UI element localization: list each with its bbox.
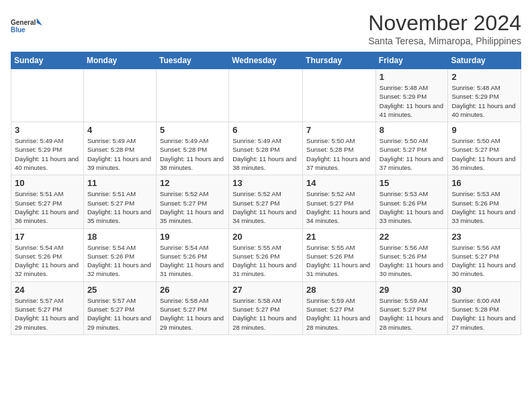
day-info: Sunrise: 5:49 AM Sunset: 5:28 PM Dayligh… (232, 136, 299, 172)
header-monday: Monday (83, 52, 156, 69)
cell-w5-d0: 24Sunrise: 5:57 AM Sunset: 5:27 PM Dayli… (11, 281, 84, 334)
cell-w4-d4: 21Sunrise: 5:55 AM Sunset: 5:26 PM Dayli… (303, 228, 376, 281)
cell-w2-d2: 5Sunrise: 5:49 AM Sunset: 5:28 PM Daylig… (156, 122, 228, 175)
header-friday: Friday (375, 52, 448, 69)
svg-marker-2 (37, 18, 42, 26)
cell-w1-d6: 2Sunrise: 5:48 AM Sunset: 5:29 PM Daylig… (448, 69, 521, 122)
day-info: Sunrise: 5:57 AM Sunset: 5:27 PM Dayligh… (87, 296, 152, 332)
header-wednesday: Wednesday (229, 52, 303, 69)
day-info: Sunrise: 5:52 AM Sunset: 5:27 PM Dayligh… (160, 189, 225, 225)
cell-w1-d1 (83, 69, 156, 122)
month-title: November 2024 (368, 11, 521, 36)
cell-w2-d3: 6Sunrise: 5:49 AM Sunset: 5:28 PM Daylig… (229, 122, 303, 175)
day-number: 16 (451, 178, 517, 188)
day-info: Sunrise: 5:51 AM Sunset: 5:27 PM Dayligh… (87, 189, 152, 225)
day-number: 4 (87, 125, 152, 135)
day-info: Sunrise: 5:49 AM Sunset: 5:29 PM Dayligh… (15, 136, 80, 172)
day-info: Sunrise: 5:50 AM Sunset: 5:27 PM Dayligh… (380, 136, 445, 172)
day-number: 25 (87, 285, 152, 295)
cell-w4-d0: 17Sunrise: 5:54 AM Sunset: 5:26 PM Dayli… (11, 228, 84, 281)
svg-text:General: General (11, 19, 36, 26)
day-number: 5 (160, 125, 225, 135)
cell-w5-d6: 30Sunrise: 6:00 AM Sunset: 5:28 PM Dayli… (448, 281, 521, 334)
day-info: Sunrise: 5:48 AM Sunset: 5:29 PM Dayligh… (380, 83, 445, 119)
cell-w2-d0: 3Sunrise: 5:49 AM Sunset: 5:29 PM Daylig… (11, 122, 84, 175)
location-subtitle: Santa Teresa, Mimaropa, Philippines (368, 36, 521, 46)
day-info: Sunrise: 5:59 AM Sunset: 5:27 PM Dayligh… (380, 296, 445, 332)
cell-w3-d3: 13Sunrise: 5:52 AM Sunset: 5:27 PM Dayli… (229, 175, 303, 228)
svg-text:Blue: Blue (11, 26, 26, 34)
day-info: Sunrise: 5:51 AM Sunset: 5:27 PM Dayligh… (15, 189, 80, 225)
day-number: 2 (451, 72, 517, 82)
day-number: 19 (160, 232, 225, 242)
day-number: 3 (15, 125, 80, 135)
day-info: Sunrise: 5:52 AM Sunset: 5:27 PM Dayligh… (306, 189, 372, 225)
cell-w4-d5: 22Sunrise: 5:56 AM Sunset: 5:26 PM Dayli… (375, 228, 448, 281)
cell-w2-d6: 9Sunrise: 5:50 AM Sunset: 5:27 PM Daylig… (448, 122, 521, 175)
day-info: Sunrise: 5:49 AM Sunset: 5:28 PM Dayligh… (160, 136, 225, 172)
cell-w3-d5: 15Sunrise: 5:53 AM Sunset: 5:26 PM Dayli… (375, 175, 448, 228)
day-info: Sunrise: 5:48 AM Sunset: 5:29 PM Dayligh… (451, 83, 517, 119)
day-info: Sunrise: 5:57 AM Sunset: 5:27 PM Dayligh… (15, 296, 80, 332)
week-row-1: 1Sunrise: 5:48 AM Sunset: 5:29 PM Daylig… (11, 69, 521, 122)
cell-w3-d6: 16Sunrise: 5:53 AM Sunset: 5:26 PM Dayli… (448, 175, 521, 228)
week-row-2: 3Sunrise: 5:49 AM Sunset: 5:29 PM Daylig… (11, 122, 521, 175)
header-thursday: Thursday (303, 52, 376, 69)
cell-w1-d2 (156, 69, 228, 122)
weekday-header-row: SundayMondayTuesdayWednesdayThursdayFrid… (11, 52, 521, 69)
header-saturday: Saturday (448, 52, 521, 69)
day-number: 18 (87, 232, 152, 242)
day-info: Sunrise: 6:00 AM Sunset: 5:28 PM Dayligh… (451, 296, 517, 332)
header: General Blue November 2024 Santa Teresa,… (11, 11, 521, 46)
logo-svg: General Blue (11, 11, 44, 40)
logo: General Blue (11, 11, 44, 40)
cell-w2-d4: 7Sunrise: 5:50 AM Sunset: 5:28 PM Daylig… (303, 122, 376, 175)
day-number: 17 (15, 232, 80, 242)
day-number: 23 (451, 232, 517, 242)
day-info: Sunrise: 5:52 AM Sunset: 5:27 PM Dayligh… (232, 189, 299, 225)
cell-w1-d5: 1Sunrise: 5:48 AM Sunset: 5:29 PM Daylig… (375, 69, 448, 122)
day-number: 30 (451, 285, 517, 295)
day-info: Sunrise: 5:56 AM Sunset: 5:27 PM Dayligh… (451, 243, 517, 279)
day-number: 13 (232, 178, 299, 188)
cell-w3-d1: 11Sunrise: 5:51 AM Sunset: 5:27 PM Dayli… (83, 175, 156, 228)
day-info: Sunrise: 5:58 AM Sunset: 5:27 PM Dayligh… (160, 296, 225, 332)
day-number: 29 (380, 285, 445, 295)
day-number: 14 (306, 178, 372, 188)
day-info: Sunrise: 5:59 AM Sunset: 5:27 PM Dayligh… (306, 296, 372, 332)
cell-w5-d5: 29Sunrise: 5:59 AM Sunset: 5:27 PM Dayli… (375, 281, 448, 334)
day-number: 20 (232, 232, 299, 242)
day-number: 15 (380, 178, 445, 188)
day-info: Sunrise: 5:54 AM Sunset: 5:26 PM Dayligh… (15, 243, 80, 279)
cell-w5-d3: 27Sunrise: 5:58 AM Sunset: 5:27 PM Dayli… (229, 281, 303, 334)
cell-w4-d1: 18Sunrise: 5:54 AM Sunset: 5:26 PM Dayli… (83, 228, 156, 281)
cell-w1-d3 (229, 69, 303, 122)
cell-w4-d3: 20Sunrise: 5:55 AM Sunset: 5:26 PM Dayli… (229, 228, 303, 281)
day-info: Sunrise: 5:54 AM Sunset: 5:26 PM Dayligh… (160, 243, 225, 279)
cell-w1-d0 (11, 69, 84, 122)
day-number: 28 (306, 285, 372, 295)
day-info: Sunrise: 5:50 AM Sunset: 5:28 PM Dayligh… (306, 136, 372, 172)
day-info: Sunrise: 5:53 AM Sunset: 5:26 PM Dayligh… (451, 189, 517, 225)
cell-w2-d5: 8Sunrise: 5:50 AM Sunset: 5:27 PM Daylig… (375, 122, 448, 175)
day-number: 27 (232, 285, 299, 295)
day-number: 9 (451, 125, 517, 135)
day-number: 1 (380, 72, 445, 82)
day-number: 11 (87, 178, 152, 188)
cell-w5-d2: 26Sunrise: 5:58 AM Sunset: 5:27 PM Dayli… (156, 281, 228, 334)
header-sunday: Sunday (11, 52, 84, 69)
cell-w4-d6: 23Sunrise: 5:56 AM Sunset: 5:27 PM Dayli… (448, 228, 521, 281)
day-number: 12 (160, 178, 225, 188)
cell-w3-d4: 14Sunrise: 5:52 AM Sunset: 5:27 PM Dayli… (303, 175, 376, 228)
day-number: 6 (232, 125, 299, 135)
cell-w3-d0: 10Sunrise: 5:51 AM Sunset: 5:27 PM Dayli… (11, 175, 84, 228)
day-info: Sunrise: 5:49 AM Sunset: 5:28 PM Dayligh… (87, 136, 152, 172)
cell-w2-d1: 4Sunrise: 5:49 AM Sunset: 5:28 PM Daylig… (83, 122, 156, 175)
day-info: Sunrise: 5:56 AM Sunset: 5:26 PM Dayligh… (380, 243, 445, 279)
cell-w3-d2: 12Sunrise: 5:52 AM Sunset: 5:27 PM Dayli… (156, 175, 228, 228)
day-number: 8 (380, 125, 445, 135)
cell-w5-d4: 28Sunrise: 5:59 AM Sunset: 5:27 PM Dayli… (303, 281, 376, 334)
header-tuesday: Tuesday (156, 52, 228, 69)
day-number: 22 (380, 232, 445, 242)
day-number: 7 (306, 125, 372, 135)
